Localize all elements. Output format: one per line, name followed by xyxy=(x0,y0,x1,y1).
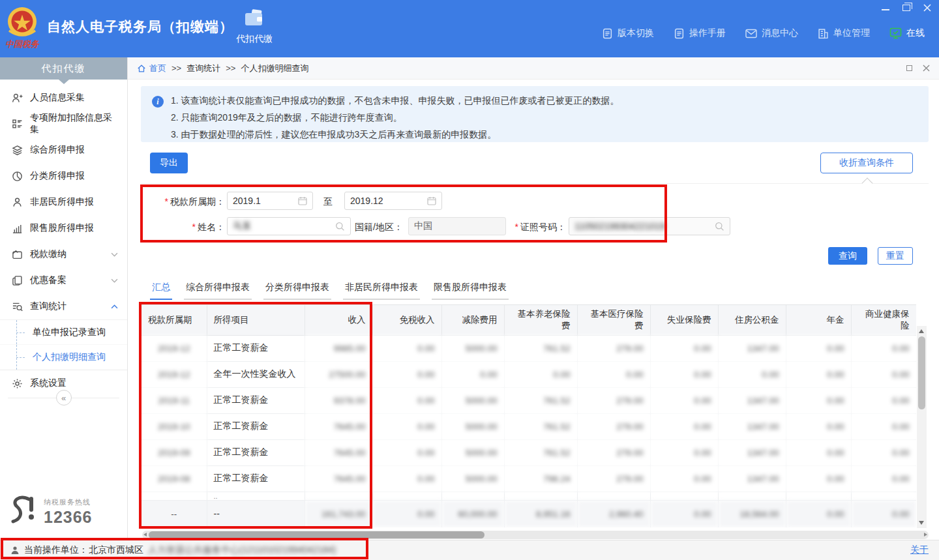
period-from-input[interactable]: 2019.1 xyxy=(227,192,313,210)
sidebar-collapse-button[interactable]: « xyxy=(56,390,72,405)
calendar-icon xyxy=(427,196,436,205)
sidebar-item-comprehensive-income[interactable]: 综合所得申报 xyxy=(0,137,127,163)
restore-icon[interactable] xyxy=(901,3,912,12)
column-header: 税款所属期 xyxy=(142,305,207,335)
sidebar-item-personnel-info[interactable]: 人员信息采集 xyxy=(0,85,127,111)
table-row: 2019-12正常工资薪金9985.000.005000.00761.52279… xyxy=(142,335,916,361)
form-list-icon xyxy=(12,119,23,130)
sidebar-item-tax-payment[interactable]: 税款缴纳 xyxy=(0,241,127,267)
table-cell: 1347.00 xyxy=(718,465,786,492)
vertical-scroll-thumb[interactable] xyxy=(918,336,925,409)
window-controls xyxy=(880,3,932,12)
panel-close-icon[interactable] xyxy=(923,65,930,72)
sidebar-item-label: 系统设置 xyxy=(30,377,67,389)
table-cell xyxy=(851,492,916,500)
svg-text:中国税务: 中国税务 xyxy=(5,39,39,49)
table-cell: 1347.00 xyxy=(718,387,786,413)
nav-unit-management[interactable]: 单位管理 xyxy=(818,27,870,39)
tab-nonresident-income[interactable]: 非居民所得申报表 xyxy=(343,278,420,300)
vertical-scrollbar[interactable] xyxy=(917,326,927,528)
sidebar-menu: 人员信息采集 专项附加扣除信息采集 综合所得申报 分类所得申报 非居民所得申报 … xyxy=(0,80,127,396)
panel-maximize-icon[interactable] xyxy=(906,65,912,71)
sidebar-item-label: 查询统计 xyxy=(30,301,67,312)
sidebar-item-classified-income[interactable]: 分类所得申报 xyxy=(0,163,127,189)
status-bar: 当前操作单位：北京市西城区 人力资源公共服务中心(121101021994042… xyxy=(0,540,939,560)
table-cell: 798.24 xyxy=(504,465,577,492)
close-icon[interactable] xyxy=(922,3,932,12)
table-cell: 8,951.16 xyxy=(504,500,577,527)
table-cell: 全年一次性奖金收入 xyxy=(207,361,305,387)
app-header: 中国税务 自然人电子税务局（扣缴端） 代扣代缴 版本切换 操作手册 xyxy=(0,0,939,57)
table-cell: 161,743.00 xyxy=(305,500,372,527)
table-cell: 0.00 xyxy=(372,361,441,387)
table-cell: 0.00 xyxy=(851,465,916,492)
sidebar-item-query-statistics[interactable]: 查询统计 xyxy=(0,293,127,319)
period-to-input[interactable]: 2019.12 xyxy=(344,192,442,210)
horizontal-scroll-thumb[interactable] xyxy=(149,531,484,538)
sidebar-item-preferential-filing[interactable]: 优惠备案 xyxy=(0,267,127,293)
notice-line: 2. 只能查询2019年及之后的数据，不能进行跨年度查询。 xyxy=(171,109,919,126)
minimize-icon[interactable] xyxy=(880,3,891,12)
table-cell: 5000.00 xyxy=(441,465,504,492)
tab-restricted-stock[interactable]: 限售股所得申报表 xyxy=(432,278,509,300)
column-header: 减除费用 xyxy=(441,305,504,335)
breadcrumb-home[interactable]: 首页 xyxy=(137,63,166,74)
about-link[interactable]: 关于 xyxy=(910,544,929,556)
sidebar-item-personal-withholding-query[interactable]: 个人扣缴明细查询 xyxy=(0,345,127,370)
breadcrumb: 首页 >> 查询统计 >> 个人扣缴明细查询 xyxy=(128,57,939,80)
sidebar-item-label: 人员信息采集 xyxy=(30,92,85,104)
horizontal-scrollbar[interactable] xyxy=(142,531,929,539)
scroll-right-arrow-icon[interactable] xyxy=(924,533,927,537)
breadcrumb-separator: >> xyxy=(226,63,235,73)
scroll-up-arrow-icon[interactable] xyxy=(919,329,924,333)
table-cell: 0.00 xyxy=(372,413,441,439)
sidebar-item-nonresident-income[interactable]: 非居民所得申报 xyxy=(0,189,127,215)
nav-online-status[interactable]: 在线 xyxy=(889,27,925,39)
pie-chart-icon xyxy=(12,171,23,182)
search-icon[interactable] xyxy=(715,222,724,231)
nav-version-switch[interactable]: 版本切换 xyxy=(602,27,654,39)
current-unit-label: 当前操作单位： xyxy=(24,544,88,556)
table-cell: 9985.00 xyxy=(305,335,372,361)
period-label: *税款所属期： xyxy=(146,196,225,208)
nationality-label: 国籍/地区： xyxy=(347,222,403,233)
chevron-down-icon xyxy=(111,278,118,283)
id-number-input[interactable]: 110502199304221019 xyxy=(569,217,730,235)
submenu-item-label: 单位申报记录查询 xyxy=(33,327,106,338)
name-input[interactable]: 马某 xyxy=(227,217,351,235)
table-cell: 7645.00 xyxy=(305,413,372,439)
reset-button[interactable]: 重置 xyxy=(878,247,913,265)
export-button[interactable]: 导出 xyxy=(150,153,188,173)
table-cell: 0.00 xyxy=(786,387,851,413)
table-cell: 2,960.40 xyxy=(577,500,650,527)
brand: 中国税务 自然人电子税务局（扣缴端） xyxy=(5,4,233,50)
collapse-query-button[interactable]: 收折查询条件 xyxy=(820,153,913,173)
tab-classified-income[interactable]: 分类所得申报表 xyxy=(263,278,331,300)
tab-summary[interactable]: 汇总 xyxy=(150,278,172,300)
notice-box: i 1. 该查询统计表仅能查询已申报成功的数据，不包含未申报、申报失败，已申报但… xyxy=(141,86,929,142)
table-cell: 7645.00 xyxy=(305,465,372,492)
nav-message-center[interactable]: 消息中心 xyxy=(745,27,798,39)
search-icon[interactable] xyxy=(335,222,345,231)
table-cell: 0.00 xyxy=(577,361,650,387)
scroll-down-arrow-icon[interactable] xyxy=(919,521,924,525)
tab-withholding-module[interactable]: 代扣代缴 xyxy=(227,9,282,45)
sidebar-item-special-deduction[interactable]: 专项附加扣除信息采集 xyxy=(0,111,127,137)
sidebar-item-restricted-stock[interactable]: 限售股所得申报 xyxy=(0,215,127,241)
table-cell: 761.52 xyxy=(504,413,577,439)
sidebar-item-unit-declaration-query[interactable]: 单位申报记录查询 xyxy=(0,320,127,345)
nav-manual[interactable]: 操作手册 xyxy=(674,27,726,39)
tab-comprehensive-income[interactable]: 综合所得申报表 xyxy=(184,278,252,300)
table-cell: 7645.00 xyxy=(305,439,372,465)
id-number-label: *证照号码： xyxy=(514,222,566,233)
notice-line: 3. 由于数据处理的滞后性，建议您在申报成功3天之后再来查询最新的申报数据。 xyxy=(171,126,919,143)
submenu-item-label: 个人扣缴明细查询 xyxy=(33,351,106,363)
column-header: 所得项目 xyxy=(207,305,305,335)
table-row: ----161,743.000.0060,000.008,951.162,960… xyxy=(142,500,916,527)
table-cell: 0.00 xyxy=(650,335,718,361)
scroll-left-arrow-icon[interactable] xyxy=(143,533,147,537)
table-cell: 1347.00 xyxy=(718,335,786,361)
search-button[interactable]: 查询 xyxy=(828,247,867,265)
copy-icon xyxy=(12,275,23,286)
sidebar-item-label: 税款缴纳 xyxy=(30,248,67,260)
